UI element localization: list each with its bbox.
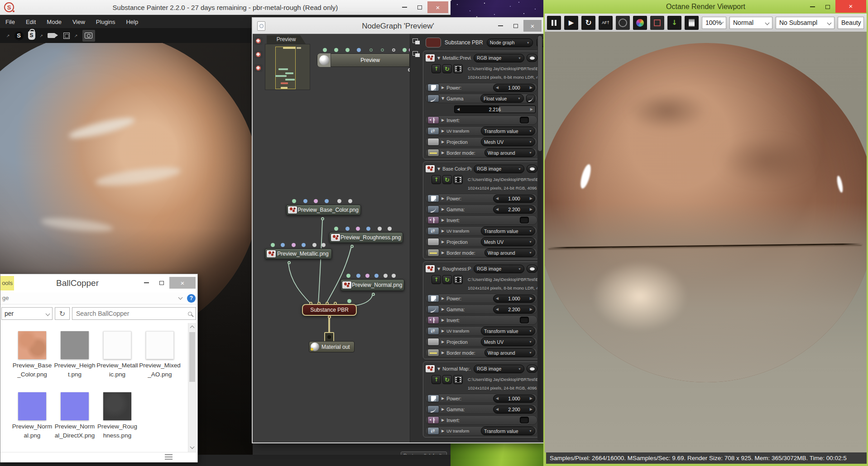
eye-visibility-icon[interactable] — [527, 265, 537, 273]
octane-maximize-button[interactable] — [820, 1, 835, 13]
sp-titlebar[interactable]: S Substance Painter 2.2.0 - 27 days rema… — [0, 0, 451, 15]
power-spinner[interactable]: ◀1.000▶ — [493, 295, 535, 303]
node-output-port[interactable] — [321, 217, 324, 220]
node-port[interactable] — [303, 199, 307, 203]
load-image-button[interactable]: ↑ — [432, 375, 441, 384]
film-sequence-icon[interactable] — [453, 64, 463, 73]
node-port[interactable] — [348, 199, 352, 203]
sp-minimize-button[interactable] — [397, 1, 412, 13]
fit-view-icon[interactable] — [254, 37, 263, 45]
spread-nodes-icon[interactable] — [254, 51, 263, 58]
explorer-close-button[interactable]: × — [169, 277, 196, 289]
node-port[interactable] — [378, 227, 382, 231]
expand-arrow-icon[interactable]: ▶ — [441, 318, 444, 322]
reload-image-button[interactable]: ↻ — [442, 275, 452, 284]
menu-plugins[interactable]: Plugins — [96, 19, 115, 25]
node-port[interactable] — [347, 299, 351, 303]
node-roughness[interactable]: Preview_Roughness.png — [329, 232, 403, 243]
explorer-maximize-button[interactable] — [154, 277, 169, 289]
node-port[interactable] — [369, 48, 373, 52]
explorer-titlebar[interactable]: BallCopper × — [0, 274, 197, 292]
expand-arrow-icon[interactable]: ▶ — [441, 340, 444, 344]
node-input-port[interactable] — [326, 302, 329, 305]
start-render-button[interactable]: ▶ — [564, 16, 578, 30]
scroll-down-icon[interactable] — [190, 445, 195, 449]
node-output-port[interactable] — [288, 261, 291, 264]
gamma-spinner[interactable]: ◀2.200▶ — [493, 305, 535, 314]
nodegraph-minimize-button[interactable] — [493, 20, 508, 32]
cube-icon[interactable] — [63, 33, 70, 39]
file-item[interactable]: Preview_Normal.png — [11, 392, 53, 440]
save-image-button[interactable] — [667, 16, 681, 30]
expand-arrow-icon[interactable]: ▶ — [441, 129, 444, 133]
invert-checkbox[interactable] — [520, 117, 529, 124]
node-port[interactable] — [292, 199, 296, 203]
node-port[interactable] — [345, 48, 350, 52]
power-spinner[interactable]: ◀1.000▶ — [493, 395, 535, 403]
octane-minimize-button[interactable] — [805, 1, 820, 13]
reload-image-button[interactable]: ↻ — [442, 375, 452, 384]
node-base-color[interactable]: Preview_Base_Color.png — [286, 204, 361, 215]
menu-help[interactable]: Help — [126, 19, 138, 25]
expand-arrow-icon[interactable]: ▶ — [441, 240, 444, 244]
layer-stack-icon[interactable] — [412, 51, 420, 57]
projection-dropdown[interactable]: Mesh UV▼ — [481, 238, 535, 246]
expand-arrow-icon[interactable]: ▶ — [441, 296, 444, 300]
expand-arrow-icon[interactable]: ▶ — [441, 118, 444, 122]
uv-transform-dropdown[interactable]: Transform value▼ — [481, 227, 535, 235]
load-image-button[interactable]: ↑ — [432, 64, 441, 73]
power-spinner[interactable]: ◀1.000▶ — [493, 84, 535, 92]
file-item[interactable]: Preview_Base_Color.png — [11, 331, 53, 379]
collapse-arrow-icon[interactable]: ▼ — [437, 167, 440, 171]
node-port[interactable] — [381, 48, 384, 52]
image-type-dropdown[interactable]: RGB image▼ — [474, 54, 524, 62]
address-combobox[interactable]: per — [1, 307, 53, 320]
help-button[interactable]: ? — [187, 294, 196, 303]
node-port[interactable] — [292, 243, 296, 247]
node-port[interactable] — [388, 227, 392, 231]
expand-arrow-icon[interactable]: ▶ — [441, 196, 444, 200]
node-substance-pbr[interactable]: Substance PBR — [302, 304, 357, 316]
octane-close-button[interactable]: × — [835, 0, 866, 13]
expand-arrow-icon[interactable]: ▶ — [441, 140, 444, 144]
gamma-spinner[interactable]: ◀2.200▶ — [493, 205, 535, 214]
sp-close-button[interactable]: × — [427, 1, 448, 13]
invert-checkbox[interactable] — [520, 417, 529, 423]
expand-arrow-icon[interactable]: ▶ — [441, 329, 444, 333]
node-port[interactable] — [321, 243, 326, 247]
gamma-spinner[interactable]: ◀2.200▶ — [493, 405, 535, 414]
pause-render-button[interactable] — [547, 16, 561, 30]
expand-arrow-icon[interactable]: ▶ — [441, 307, 444, 311]
gamma-mode-dropdown[interactable]: Float value▼ — [480, 94, 524, 103]
node-port[interactable] — [366, 227, 370, 231]
nodegraph-titlebar[interactable]: NodeGraph 'Preview' × — [253, 18, 543, 34]
expand-arrow-icon[interactable]: ▶ — [441, 396, 444, 400]
eye-visibility-icon[interactable] — [527, 365, 537, 373]
node-input-port[interactable] — [334, 302, 337, 305]
restart-render-button[interactable]: ↻ — [581, 16, 595, 30]
nodegraph-window[interactable]: NodeGraph 'Preview' × Preview — [253, 18, 543, 442]
expand-arrow-icon[interactable]: ▶ — [441, 218, 444, 222]
node-port[interactable] — [314, 199, 318, 203]
border-mode-dropdown[interactable]: Wrap around▼ — [484, 148, 535, 157]
uv-transform-dropdown[interactable]: Transform value▼ — [481, 127, 535, 135]
ribbon-expand-chevron-icon[interactable] — [178, 295, 183, 300]
scrollbar-thumb[interactable] — [189, 332, 195, 382]
collapse-arrow-icon[interactable]: ▼ — [437, 267, 440, 271]
node-port[interactable] — [356, 274, 360, 278]
node-port[interactable] — [346, 274, 350, 278]
node-preview[interactable]: Preview — [317, 53, 410, 67]
octane-render-view[interactable] — [545, 32, 867, 452]
projection-dropdown[interactable]: Mesh UV▼ — [481, 138, 535, 146]
expand-arrow-icon[interactable]: ▶ — [441, 86, 444, 90]
node-output-port[interactable] — [328, 315, 331, 319]
node-port[interactable] — [384, 274, 388, 278]
node-port[interactable] — [356, 227, 360, 231]
scroll-up-icon[interactable] — [190, 326, 195, 330]
search-box[interactable] — [72, 307, 196, 320]
zoom-dropdown[interactable]: 100% — [702, 17, 726, 29]
display-mode-dropdown[interactable]: Normal — [729, 17, 772, 29]
panel-scrollbar[interactable] — [537, 35, 542, 441]
invert-checkbox[interactable] — [520, 217, 529, 223]
color-picker-button[interactable] — [633, 16, 647, 30]
